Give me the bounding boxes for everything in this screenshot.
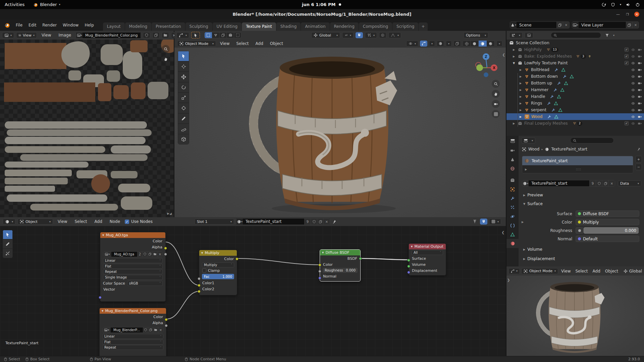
tab-material[interactable]: [506, 239, 519, 248]
tab-scene[interactable]: [506, 155, 519, 164]
material-users-count[interactable]: 9: [589, 180, 596, 186]
tool-add-cube[interactable]: [178, 134, 189, 144]
viewport-mode-select[interactable]: Object Mode▾: [177, 41, 216, 47]
tab-data[interactable]: [506, 230, 519, 239]
hide-eye-icon[interactable]: [631, 81, 635, 85]
material-slot-list[interactable]: TexturePaint_start ▶ ::::: [522, 156, 633, 173]
preview-menu-view[interactable]: View: [559, 269, 572, 274]
workspace-tab-compositing[interactable]: Compositing: [359, 22, 392, 31]
unlink-scene-button[interactable]: ×: [563, 22, 569, 28]
socket-surface-in[interactable]: [407, 259, 410, 262]
tool-move[interactable]: [178, 72, 189, 82]
preview-viewport-canvas[interactable]: ❯: [506, 276, 644, 356]
tool-cursor[interactable]: [178, 61, 189, 72]
material-datablock[interactable]: ▾ TexturePaint_start 9 ×: [522, 180, 615, 187]
interpolation-dropdown[interactable]: Linear˅: [102, 334, 163, 339]
preview-menu-select[interactable]: Select: [574, 269, 589, 274]
minimize-button[interactable]: —: [615, 12, 621, 17]
tab-modifiers[interactable]: [506, 194, 519, 203]
navigation-gizmo[interactable]: Z X: [474, 50, 498, 77]
disable-render-camera-icon[interactable]: [638, 95, 642, 99]
activities-button[interactable]: Activities: [5, 2, 24, 7]
image-pan-gizmo[interactable]: [162, 55, 170, 63]
image-mode-select[interactable]: View▾: [16, 32, 37, 38]
node-image-datablock[interactable]: ▾ Mug_BlenderP... ×: [102, 327, 163, 333]
outliner-filter-dropdown[interactable]: ▾: [613, 34, 614, 37]
preview-orientation-dropdown[interactable]: Global: [624, 269, 642, 274]
node-header[interactable]: ▼Diffuse BSDF: [320, 250, 360, 255]
workspace-tab-modeling[interactable]: Modeling: [125, 22, 152, 31]
new-scene-button[interactable]: [556, 22, 563, 28]
tab-constraints[interactable]: [506, 221, 519, 230]
preview-mode-select[interactable]: Object Mode▾: [521, 268, 558, 274]
tool-transform[interactable]: [178, 103, 189, 113]
duplicate-material-button[interactable]: [602, 180, 608, 186]
proportional-edit-button[interactable]: [379, 32, 386, 38]
socket-color-out[interactable]: [165, 318, 168, 321]
color-value-button[interactable]: Multiply: [576, 219, 639, 225]
node-header[interactable]: ▼Mug_AO.tga: [100, 232, 165, 238]
outliner-row-bolthead[interactable]: ▶ BoltHead: [506, 66, 644, 73]
fake-user-shield-icon[interactable]: [311, 219, 317, 225]
overlays-dropdown[interactable]: ▾: [446, 41, 452, 47]
clock[interactable]: jun 6 1:06 PM: [302, 2, 335, 7]
auto-offset-button[interactable]: [471, 219, 478, 225]
socket-roughness-in[interactable]: [318, 270, 321, 273]
options-dropdown[interactable]: Options▾: [464, 32, 488, 38]
paint-mask-button-2[interactable]: [212, 32, 219, 38]
preview-menu-object[interactable]: Object: [603, 269, 620, 274]
hide-eye-icon[interactable]: [631, 108, 635, 112]
preview-tool-dropdown[interactable]: ▾: [508, 268, 520, 274]
maximize-button[interactable]: ❒: [625, 12, 630, 17]
sidebar-collapse-arrow[interactable]: ❮: [502, 231, 504, 234]
tab-world[interactable]: [506, 164, 519, 173]
tool-annotate[interactable]: [178, 113, 189, 124]
socket-color-out[interactable]: [164, 247, 167, 250]
shield-icon[interactable]: [611, 2, 615, 7]
socket-displacement-in[interactable]: [407, 271, 410, 274]
paint-mask-button-3[interactable]: [219, 32, 227, 38]
workspace-tab-uv-editing[interactable]: UV Editing: [213, 22, 242, 31]
tool-rotate[interactable]: [178, 82, 189, 93]
outliner-row-serpent[interactable]: ▶ serpent: [506, 107, 644, 113]
outliner-row-scene-collection[interactable]: Scene Collection: [506, 40, 644, 46]
disable-render-camera-icon[interactable]: [638, 48, 642, 52]
editor-type-image[interactable]: ▾: [2, 32, 14, 38]
disable-render-camera-icon[interactable]: [638, 74, 642, 79]
outliner-display-mode[interactable]: ▾: [509, 32, 523, 38]
shading-rendered-button[interactable]: [487, 41, 495, 47]
socket-alpha-out[interactable]: [165, 324, 168, 327]
viewport-pan-gizmo[interactable]: [492, 90, 500, 98]
image-menu-view[interactable]: View: [39, 33, 54, 38]
projection-dropdown[interactable]: Flat˅: [103, 264, 163, 269]
hide-eye-icon[interactable]: [631, 115, 635, 119]
collection-checkbox[interactable]: ✓: [625, 54, 629, 58]
snap-mode-dropdown[interactable]: ▾: [365, 32, 377, 38]
menu-edit[interactable]: Edit: [25, 22, 39, 28]
fac-slider[interactable]: Fac 1.000: [202, 274, 234, 279]
active-tool-select-box[interactable]: [191, 32, 200, 39]
collection-checkbox[interactable]: ✓: [625, 121, 629, 125]
system-menu-chevron-icon[interactable]: ▾: [620, 3, 621, 6]
hide-eye-icon[interactable]: [631, 101, 635, 106]
extension-dropdown[interactable]: Repeat˅: [102, 345, 163, 350]
snap-mode-dropdown[interactable]: ▾: [489, 219, 501, 225]
workspace-tab-animation[interactable]: Animation: [301, 22, 329, 31]
hide-eye-icon[interactable]: [631, 95, 635, 99]
unlink-image-button[interactable]: ×: [158, 327, 163, 333]
overlays-toggle[interactable]: [437, 41, 444, 47]
socket-color2-in[interactable]: [198, 290, 201, 293]
tab-physics[interactable]: [506, 212, 519, 221]
color-expand-arrow[interactable]: ▶: [519, 221, 527, 224]
power-icon[interactable]: [635, 2, 640, 7]
outliner-filter-funnel[interactable]: [603, 32, 611, 38]
node-menu-add[interactable]: Add: [92, 219, 105, 224]
hide-eye-icon[interactable]: [631, 121, 635, 126]
slot-dropdown[interactable]: Slot 1▾: [195, 219, 234, 225]
outliner-search-input[interactable]: [551, 32, 601, 38]
extension-dropdown[interactable]: Repeat˅: [103, 269, 163, 274]
slot-expand-arrow[interactable]: ▶: [525, 168, 527, 171]
tab-object[interactable]: [506, 185, 519, 194]
node-menu-view[interactable]: View: [55, 219, 70, 224]
snap-magnet-button[interactable]: [356, 32, 363, 38]
